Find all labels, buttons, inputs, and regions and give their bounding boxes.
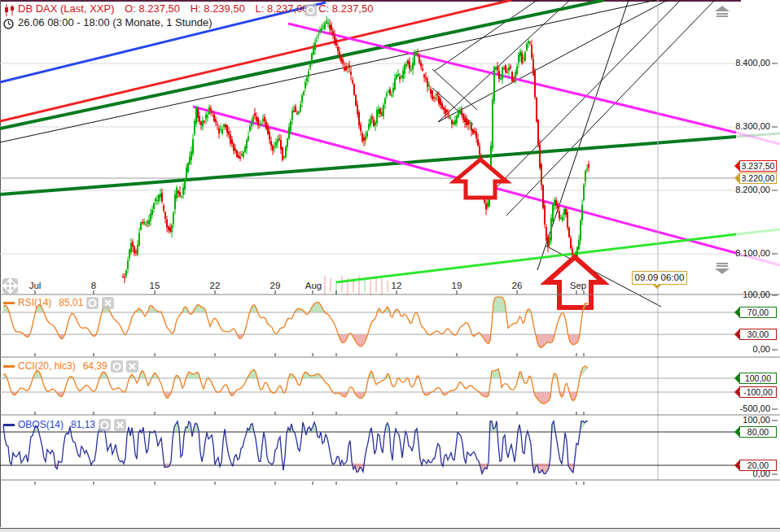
cci-indicator-label: CCI(20, hlc3)64,39	[3, 360, 138, 373]
obos-value: 81,13	[71, 419, 95, 430]
ohlc-open: O: 8.237,50	[125, 2, 180, 15]
time-axis-label: 15	[141, 281, 169, 290]
obos-legend-swatch	[3, 424, 15, 426]
settings-icon[interactable]	[86, 297, 99, 309]
time-axis-label: 22	[201, 281, 229, 290]
time-axis-label: 29	[261, 281, 289, 290]
settings-icon[interactable]	[305, 4, 317, 16]
rsi-threshold-badge: 30,00	[739, 329, 777, 340]
green-trendline-lower	[0, 137, 736, 194]
time-axis-label: 8	[80, 281, 107, 290]
pan-move-icon[interactable]	[2, 278, 18, 294]
time-axis-label: 19	[443, 281, 471, 290]
rsi-name: RSI(14)	[18, 297, 51, 308]
settings-icon[interactable]	[111, 360, 123, 373]
black-analysis-line	[506, 0, 715, 216]
cci-axis-label: -500,00	[713, 403, 770, 413]
close-icon[interactable]	[126, 360, 138, 373]
rsi-indicator-label: RSI(14)85,01	[3, 297, 114, 309]
last-price-badge: 8.237,50	[739, 160, 777, 172]
cci-name: CCI(20, hlc3)	[18, 360, 76, 372]
ohlc-close: C: 8.237,50	[318, 2, 373, 15]
rsi-axis-label: 0,00	[713, 344, 770, 354]
ohlc-high: H: 8.239,50	[191, 2, 245, 15]
obos-threshold-badge: 20,00	[739, 460, 777, 471]
window-top-border	[0, 0, 741, 2]
obos-threshold-badge: 80,00	[739, 426, 777, 438]
time-axis-label: Aug	[300, 281, 327, 290]
alert-price-badge: 8.220,00	[739, 172, 777, 184]
rsi-legend-swatch	[3, 302, 15, 304]
close-icon[interactable]	[102, 297, 114, 309]
close-icon[interactable]	[114, 419, 126, 431]
symbol-title: DB DAX (Last, XXP)	[18, 2, 114, 15]
date-tooltip: 09.09 06:00	[632, 271, 687, 285]
scroll-down-icon[interactable]	[714, 263, 730, 277]
cci-threshold-badge: -100,00	[739, 386, 777, 398]
scroll-up-icon[interactable]	[714, 6, 730, 20]
time-axis-label: 12	[383, 281, 410, 290]
timeframe-label: 26.06 08:00 - 18:00 (3 Monate, 1 Stunde)	[18, 16, 213, 28]
price-axis-label: 8.200,00	[713, 185, 770, 194]
rsi-axis-label: 100,00	[713, 290, 770, 299]
price-axis-label: 8.300,00	[713, 121, 770, 131]
time-axis-label: 26	[503, 281, 531, 290]
black-analysis-line	[438, 0, 570, 122]
bottom-scroll-strip[interactable]	[0, 528, 780, 532]
price-axis-label: 8.400,00	[713, 58, 770, 68]
time-axis-label: Jul	[21, 281, 49, 290]
cci-legend-swatch	[3, 365, 15, 368]
obos-indicator-label: OBOS(14)81,13	[3, 419, 126, 431]
ohlc-low: L: 8.237,00	[256, 2, 309, 15]
black-analysis-line	[438, 0, 668, 122]
price-axis-label: 8.100,00	[713, 248, 770, 258]
trading-chart-app: { "header": { "symbol_title": "DB DAX (L…	[0, 0, 780, 532]
obos-axis-label: 100,00	[713, 415, 770, 425]
candlestick-logo-icon	[3, 4, 15, 16]
symbol-header: DB DAX (Last, XXP) O: 8.237,50 H: 8.239,…	[18, 2, 380, 15]
cci-value: 64,39	[83, 360, 107, 372]
time-axis-label: Sep	[564, 281, 592, 290]
rsi-value: 85,01	[59, 297, 83, 308]
obos-name: OBOS(14)	[18, 419, 64, 430]
black-analysis-line	[487, 0, 681, 197]
cci-threshold-badge: 100,00	[739, 373, 777, 384]
lime-extension	[736, 229, 780, 234]
settings-icon[interactable]	[99, 419, 111, 431]
up-arrow-marker-1	[454, 159, 506, 198]
clock-icon	[3, 18, 14, 28]
chart-canvas[interactable]	[0, 0, 780, 532]
rsi-threshold-badge: 70,00	[739, 307, 777, 318]
